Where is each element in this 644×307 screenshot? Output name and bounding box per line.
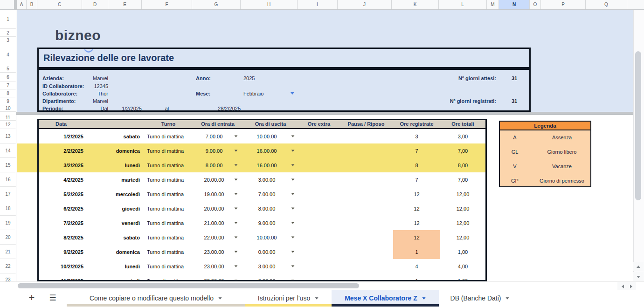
row-header[interactable]: 5 <box>0 65 16 73</box>
cell-turno[interactable]: Turno di mattina <box>143 245 194 259</box>
cell-pausa-riposo[interactable] <box>339 129 393 143</box>
legend-code[interactable]: V <box>500 159 530 174</box>
row-header[interactable]: 10 <box>0 105 16 112</box>
cell-giorno[interactable]: giovedì <box>110 201 143 216</box>
tab-dropdown-arrow-icon[interactable] <box>506 297 509 300</box>
cell-ore-extra[interactable] <box>299 245 339 259</box>
dropdown-arrow-icon[interactable] <box>291 164 295 166</box>
vertical-scrollbar-thumb[interactable] <box>635 51 641 200</box>
cell-pausa-riposo[interactable] <box>339 273 393 281</box>
cell-ore-registrate[interactable]: 1 <box>393 245 440 259</box>
column-header[interactable]: E <box>108 0 142 9</box>
cell-ore-totali[interactable]: 1,00 <box>440 245 485 259</box>
column-header[interactable]: N <box>499 0 530 9</box>
cell-ora-entrata[interactable]: 20.00.00 <box>194 172 242 187</box>
cell-ore-registrate[interactable]: 12 <box>393 201 440 216</box>
cell-ora-uscita[interactable]: 10.00.00 <box>242 230 299 245</box>
cell-pausa-riposo[interactable] <box>339 201 393 216</box>
giorni-attesi-value[interactable]: 31 <box>499 75 530 82</box>
cell-ore-totali[interactable]: 12,00 <box>440 187 485 201</box>
cell-turno[interactable]: Turno di mattina <box>143 230 194 245</box>
row-header[interactable]: 11 <box>0 115 16 121</box>
cell-pausa-riposo[interactable] <box>339 245 393 259</box>
column-header[interactable]: C <box>37 0 82 9</box>
giorni-registrati-label[interactable]: Nº giorni registrati: <box>364 97 496 105</box>
dropdown-arrow-icon[interactable] <box>235 193 238 195</box>
giorni-attesi-label[interactable]: Nº giorni attesi: <box>364 75 496 82</box>
cell-giorno[interactable]: domenica <box>110 143 143 158</box>
add-sheet-button[interactable]: + <box>25 290 38 306</box>
cell-ore-registrate[interactable]: 12 <box>393 216 440 230</box>
cell-data[interactable]: 8/2/2025 <box>39 230 83 245</box>
cell-giorno[interactable]: lunedì <box>110 158 143 172</box>
cell-ore-totali[interactable]: 7,00 <box>440 143 485 158</box>
cell-ora-entrata[interactable]: 9.00.00 <box>194 143 242 158</box>
periodo-label[interactable]: Periodo: <box>42 105 63 112</box>
cell-turno[interactable]: Turno di mattina <box>143 216 194 230</box>
cell-ora-entrata[interactable]: 21.00.00 <box>194 216 242 230</box>
dropdown-arrow-icon[interactable] <box>235 164 238 166</box>
collaboratore-value[interactable]: Thor <box>82 90 108 97</box>
cell-giorno[interactable]: venerdì <box>110 216 143 230</box>
row-header[interactable]: 7 <box>0 82 16 89</box>
cell-pausa-riposo[interactable] <box>339 143 393 158</box>
azienda-label[interactable]: Azienda: <box>42 75 64 82</box>
sheet-tab[interactable]: Istruzioni per l'uso <box>245 290 332 306</box>
cell-ore-totali[interactable]: 8,00 <box>440 158 485 172</box>
column-header[interactable]: I <box>298 0 338 9</box>
dropdown-arrow-icon[interactable] <box>291 193 295 195</box>
cell-data[interactable]: 7/2/2025 <box>39 216 83 230</box>
row-header[interactable]: 16 <box>0 172 16 187</box>
cell-giorno[interactable]: martedì <box>110 172 143 187</box>
cell-ora-entrata[interactable]: 23.00.00 <box>194 273 242 281</box>
cell-turno[interactable]: Turno di mattina <box>143 172 194 187</box>
scroll-down-button[interactable] <box>633 272 644 281</box>
cell-ora-uscita[interactable]: 16.00.00 <box>242 143 299 158</box>
giorni-registrati-value[interactable]: 31 <box>499 97 530 105</box>
cell-giorno[interactable]: sabato <box>110 230 143 245</box>
cell-data[interactable]: 3/2/2025 <box>39 158 83 172</box>
column-header[interactable]: G <box>192 0 241 9</box>
cell-ore-extra[interactable] <box>299 158 339 172</box>
cell-giorno[interactable]: sabato <box>110 129 143 143</box>
dropdown-arrow-icon[interactable] <box>235 150 238 151</box>
mese-label[interactable]: Mese: <box>196 90 210 97</box>
cell-ora-entrata[interactable]: 23.00.00 <box>194 259 242 273</box>
cell-ore-registrate[interactable]: 4 <box>393 259 440 273</box>
cell-data[interactable]: 4/2/2025 <box>39 172 83 187</box>
cell-ore-totali[interactable]: 12,00 <box>440 216 485 230</box>
dropdown-arrow-icon[interactable] <box>235 135 238 137</box>
dropdown-arrow-icon[interactable] <box>235 178 238 180</box>
cell-ora-entrata[interactable]: 8.00.00 <box>194 158 242 172</box>
row-header[interactable]: 4 <box>0 44 16 65</box>
id-collaboratore-label[interactable]: ID Collaboratore: <box>42 82 84 90</box>
cell-ore-registrate[interactable]: 7 <box>393 172 440 187</box>
cell-ore-totali[interactable]: 12,00 <box>440 201 485 216</box>
sheet-tab[interactable]: Come copiare o modificare questo modello <box>67 290 245 306</box>
cell-ore-totali[interactable]: 12,00 <box>440 230 485 245</box>
cell-ore-extra[interactable] <box>299 129 339 143</box>
row-header[interactable]: 17 <box>0 187 16 201</box>
row-header[interactable]: 8 <box>0 89 16 97</box>
cell-ora-uscita[interactable]: 3.00.00 <box>242 259 299 273</box>
row-header[interactable]: 6 <box>0 73 16 82</box>
row-header[interactable]: 14 <box>0 143 16 158</box>
column-header-data[interactable]: Data <box>39 120 83 128</box>
cell-ore-registrate[interactable]: 12 <box>393 187 440 201</box>
dropdown-arrow-icon[interactable] <box>291 178 295 180</box>
cell-ora-entrata[interactable]: 7.00.00 <box>194 129 242 143</box>
sheet-tab[interactable]: DB (Banche Dati) <box>439 290 521 306</box>
cell-ore-extra[interactable] <box>299 259 339 273</box>
cell-ora-uscita[interactable]: 0.00.00 <box>242 245 299 259</box>
cell-turno[interactable]: Turno di mattina <box>143 273 194 281</box>
cell-ore-totali[interactable]: 4,00 <box>440 259 485 273</box>
cell-ora-entrata[interactable]: 19.00.00 <box>194 187 242 201</box>
cell-ore-extra[interactable] <box>299 143 339 158</box>
cell-pausa-riposo[interactable] <box>339 187 393 201</box>
dropdown-arrow-icon[interactable] <box>291 265 295 267</box>
column-header[interactable]: P <box>541 0 586 9</box>
dropdown-arrow-icon[interactable] <box>235 265 238 267</box>
cell-ora-uscita[interactable]: 9.00.00 <box>242 216 299 230</box>
dropdown-arrow-icon[interactable] <box>291 251 295 252</box>
column-header[interactable]: H <box>241 0 298 9</box>
